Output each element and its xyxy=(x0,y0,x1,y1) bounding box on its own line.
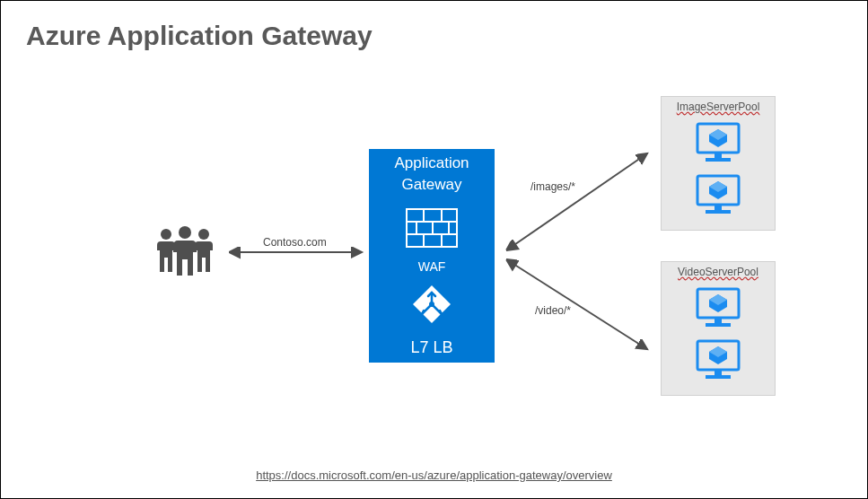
pool-title-images: ImageServerPool xyxy=(677,101,760,113)
svg-rect-30 xyxy=(715,370,722,375)
svg-line-18 xyxy=(506,153,647,250)
svg-point-0 xyxy=(161,229,171,240)
label-route-images: /images/* xyxy=(530,180,575,193)
label-route-video: /video/* xyxy=(535,304,571,317)
footer-doc-link[interactable]: https://docs.microsoft.com/en-us/azure/a… xyxy=(1,468,867,482)
svg-point-2 xyxy=(179,226,191,239)
image-server-pool: ImageServerPool xyxy=(661,96,776,231)
vm-icon xyxy=(693,285,743,330)
label-client-host: Contoso.com xyxy=(263,236,327,249)
svg-point-1 xyxy=(198,229,209,240)
vm-icon xyxy=(693,337,743,382)
svg-rect-24 xyxy=(715,205,722,210)
arrow-gateway-imagepool xyxy=(499,144,656,261)
gateway-title-line2: Gateway xyxy=(394,176,469,194)
video-server-pool: VideoServerPool xyxy=(661,261,776,396)
svg-point-17 xyxy=(429,302,434,307)
gateway-lb-label: L7 LB xyxy=(410,338,452,357)
svg-line-19 xyxy=(506,259,647,349)
svg-rect-27 xyxy=(715,318,722,323)
pool-title-video: VideoServerPool xyxy=(678,266,758,278)
firewall-icon xyxy=(406,208,458,248)
users-icon xyxy=(153,225,216,276)
svg-rect-25 xyxy=(706,210,731,214)
load-balancer-icon xyxy=(411,284,452,325)
svg-rect-31 xyxy=(706,375,731,379)
vm-icon xyxy=(693,172,743,217)
vm-icon xyxy=(693,120,743,165)
gateway-title-line1: Application xyxy=(394,154,469,172)
architecture-diagram: Contoso.com Application Gateway WAF xyxy=(1,91,868,432)
svg-rect-28 xyxy=(706,323,731,327)
gateway-waf-label: WAF xyxy=(418,259,446,274)
page-title: Azure Application Gateway xyxy=(26,21,373,51)
svg-rect-21 xyxy=(715,153,722,158)
application-gateway-box: Application Gateway WAF xyxy=(369,149,495,363)
arrow-gateway-videopool xyxy=(499,252,656,360)
svg-rect-22 xyxy=(706,158,731,162)
